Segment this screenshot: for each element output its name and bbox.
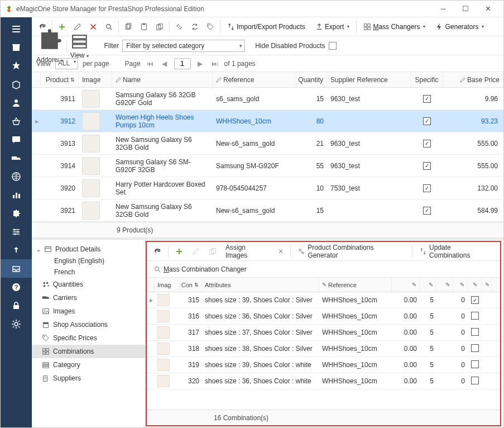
table-row[interactable]: 316shoes size : 36, Shoes Color : Silver… <box>147 308 500 325</box>
sidebar-item-quantities[interactable]: +Quantities <box>32 278 145 291</box>
chat-icon[interactable] <box>1 130 32 149</box>
table-row[interactable]: 317shoes size : 37, Shoes Color : Silver… <box>147 325 500 341</box>
user-icon[interactable] <box>1 93 32 112</box>
tag-icon[interactable] <box>204 21 217 33</box>
per-page-select[interactable]: ALL <box>55 58 78 69</box>
sidebar-item-specific-prices[interactable]: Specific Prices <box>32 331 145 345</box>
comb-edit-icon[interactable] <box>190 246 202 256</box>
globe-icon[interactable] <box>1 167 32 186</box>
star-icon[interactable] <box>1 56 32 75</box>
ccol-attributes[interactable]: Attributes <box>202 278 319 292</box>
filter-combo[interactable]: Filter by selected category <box>122 40 245 52</box>
copy-icon[interactable] <box>122 21 135 33</box>
cell-checkbox[interactable]: ✓ <box>468 296 482 305</box>
import-export-button[interactable]: Import/Export Products <box>224 22 309 32</box>
cell-specific[interactable]: ✓ <box>411 94 443 103</box>
next-page-icon[interactable]: ▶ <box>195 60 205 68</box>
col-reference[interactable]: Reference <box>213 72 296 87</box>
cell-checkbox[interactable] <box>468 328 482 337</box>
ccol-edit2[interactable]: ✎ <box>420 278 436 292</box>
basket-icon[interactable] <box>1 112 32 130</box>
export-button[interactable]: Export <box>312 22 353 32</box>
lock-icon[interactable] <box>1 296 32 315</box>
col-product[interactable]: Product ⇅ <box>41 72 79 87</box>
inbox-icon[interactable] <box>1 259 32 278</box>
gear-icon[interactable] <box>1 315 32 333</box>
help-icon[interactable]: ? <box>1 278 32 296</box>
lang-french[interactable]: French <box>32 267 145 278</box>
expand-icon[interactable]: ▸ <box>32 117 41 125</box>
mass-changers-button[interactable]: Mass Changers <box>360 22 429 32</box>
prev-page-icon[interactable]: ◀ <box>160 60 170 68</box>
cell-specific[interactable]: ✓ <box>411 117 443 125</box>
menu-icon[interactable] <box>1 20 32 38</box>
ccol-reference[interactable]: ✎Reference <box>319 278 392 292</box>
comb-clone-icon[interactable] <box>207 246 219 256</box>
first-page-icon[interactable]: ⏮ <box>145 60 155 68</box>
expand-icon[interactable]: ▸ <box>147 296 155 304</box>
mass-combination-changer-button[interactable]: Mass Combination Changer <box>151 264 249 274</box>
close-button[interactable]: ✕ <box>477 1 499 17</box>
assign-images-button[interactable]: Assign Images <box>223 242 271 260</box>
comb-refresh-icon[interactable] <box>151 246 164 256</box>
ccol-edit1[interactable]: ✎ <box>392 278 420 292</box>
table-row[interactable]: 320shoes size : 36, Shoes Color : whiteW… <box>147 373 500 389</box>
page-input[interactable] <box>174 58 191 69</box>
ccol-image[interactable]: Imag <box>155 278 180 292</box>
sidebar-item-shop-assoc[interactable]: Shop Associations <box>32 318 145 331</box>
col-supplier-ref[interactable]: Supplier Reference <box>327 72 411 87</box>
table-row[interactable]: 3921New Samsung Galaxy S6 32GB GoldNew-s… <box>32 199 503 222</box>
col-name[interactable]: Name <box>112 72 213 87</box>
cell-checkbox[interactable] <box>468 344 482 354</box>
cell-specific[interactable]: ✓ <box>411 184 443 192</box>
ccol-edit4[interactable]: ✎ <box>453 278 468 292</box>
maximize-button[interactable]: ☐ <box>454 1 477 17</box>
update-combinations-button[interactable]: Update Combinations <box>417 242 496 260</box>
paste-icon[interactable] <box>138 21 150 33</box>
col-quantity[interactable]: Quantity <box>296 72 327 87</box>
comb-close-icon[interactable]: ✕ <box>276 246 286 256</box>
truck-icon[interactable] <box>1 149 32 167</box>
hide-disabled-checkbox[interactable] <box>329 42 337 50</box>
link-icon[interactable] <box>173 21 185 33</box>
table-row[interactable]: 3911Samsung Galaxy S6 32GB G920F Golds6_… <box>32 88 503 110</box>
sidebar-item-images[interactable]: Images <box>32 305 145 318</box>
generators-button[interactable]: Generators <box>432 22 487 32</box>
table-row[interactable]: 3913New Samsung Galaxy S6 32GB GoldNew-s… <box>32 132 503 155</box>
sync-icon[interactable] <box>189 21 201 33</box>
cell-specific[interactable]: ✓ <box>411 206 443 215</box>
search-icon[interactable] <box>103 21 115 33</box>
cell-checkbox[interactable] <box>468 377 482 386</box>
chart-icon[interactable] <box>1 186 32 204</box>
sidebar-item-category[interactable]: Category <box>32 358 145 372</box>
minimize-button[interactable]: ─ <box>432 1 454 17</box>
sidebar-item-suppliers[interactable]: Suppliers <box>32 372 145 385</box>
col-base-price[interactable]: Base Price <box>443 72 503 87</box>
package-icon[interactable] <box>1 75 32 93</box>
sliders-icon[interactable] <box>1 222 32 241</box>
table-row[interactable]: 318shoes size : 38, Shoes Color : Silver… <box>147 341 500 357</box>
clone-icon[interactable] <box>153 21 166 33</box>
lang-english[interactable]: English (English) <box>32 255 145 267</box>
cell-checkbox[interactable] <box>468 312 482 321</box>
table-row[interactable]: ▸315shoes size : 39, Shoes Color : Silve… <box>147 292 500 308</box>
table-row[interactable]: 319shoes size : 39, Shoes Color : whiteW… <box>147 357 500 373</box>
table-row[interactable]: 3914Samsung Galaxy S6 SM-G920F 32GBSamsu… <box>32 155 503 177</box>
upload-icon[interactable] <box>1 241 32 259</box>
puzzle-icon[interactable] <box>1 204 32 222</box>
store-icon[interactable] <box>1 38 32 56</box>
ccol-con[interactable]: Con ⇅ <box>180 278 202 292</box>
delete-icon[interactable] <box>87 21 99 33</box>
ccol-edit3[interactable]: ✎ <box>436 278 453 292</box>
last-page-icon[interactable]: ⏭ <box>210 60 220 68</box>
col-specific[interactable]: Specific <box>411 72 443 87</box>
ccol-edit5[interactable]: ✎ <box>468 278 482 292</box>
table-row[interactable]: 3920Harry Potter Hardcover Boxed Set978-… <box>32 177 503 199</box>
ccol-edit6[interactable]: ✎ <box>482 278 492 292</box>
comb-add-icon[interactable] <box>173 246 185 256</box>
cell-specific[interactable]: ✓ <box>411 139 443 148</box>
combo-generator-button[interactable]: Product Combinations Generator <box>295 242 407 260</box>
cell-specific[interactable]: ✓ <box>411 161 443 170</box>
edit-icon[interactable] <box>71 21 84 33</box>
table-row[interactable]: ▸3912Women High Heels Shoes Pumps 10cmWH… <box>32 110 503 132</box>
